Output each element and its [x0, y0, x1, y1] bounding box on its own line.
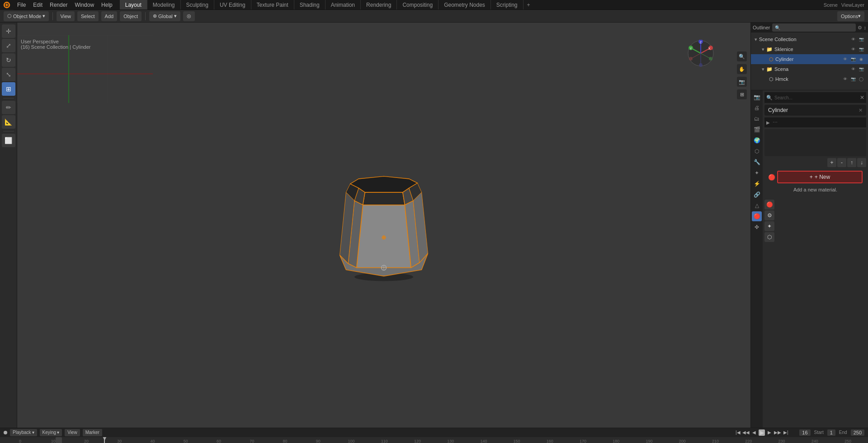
current-frame-display[interactable]: 16 — [799, 429, 810, 436]
props-close-search[interactable]: ✕ — [860, 94, 864, 101]
sklenice-eye-icon[interactable]: 👁 — [850, 46, 856, 52]
outliner-filter-icon[interactable]: ⚙ — [858, 25, 862, 31]
tab-sculpting[interactable]: Sculpting — [181, 0, 214, 9]
hrnck-sel-icon[interactable]: ◯ — [858, 76, 864, 82]
navigation-gizmo[interactable]: X Y Z — [687, 40, 712, 65]
tab-shading[interactable]: Shading — [294, 0, 326, 9]
prop-physics-tab[interactable]: ⚡ — [752, 179, 762, 189]
hrnck-render-icon[interactable]: 📷 — [850, 76, 856, 82]
tab-layout[interactable]: Layout — [120, 0, 147, 9]
material-move-down-btn[interactable]: ↓ — [857, 158, 866, 167]
tab-compositing[interactable]: Compositing — [397, 0, 439, 9]
prev-keyframe-btn[interactable]: ◀◀ — [742, 429, 750, 436]
prop-output-tab[interactable]: 🖨 — [752, 103, 762, 113]
prop-extra-2[interactable]: ⚙ — [764, 210, 774, 220]
rotate-tool[interactable]: ↻ — [2, 53, 15, 67]
prop-material-tab[interactable]: 🔴 — [752, 211, 762, 221]
outliner-scena[interactable]: ▾ 📁 Scena 👁 📷 — [751, 64, 868, 74]
file-menu[interactable]: File — [14, 0, 29, 9]
outliner-search[interactable]: 🔍 — [772, 23, 856, 32]
prop-extra-3[interactable]: ✦ — [764, 221, 774, 231]
tab-uv-editing[interactable]: UV Editing — [214, 0, 251, 9]
timeline-playhead[interactable] — [104, 437, 105, 443]
outliner-scene-collection[interactable]: ▾ Scene Collection 👁 📷 — [751, 34, 868, 44]
prop-render-tab[interactable]: 📷 — [752, 92, 762, 102]
material-remove-slot-btn[interactable]: - — [837, 158, 846, 167]
marker-menu[interactable]: Marker — [83, 429, 102, 436]
scena-render-icon[interactable]: 📷 — [858, 66, 864, 72]
add-cube-tool[interactable]: ⬜ — [2, 134, 15, 147]
help-menu[interactable]: Help — [98, 0, 116, 9]
cylinder-render-icon[interactable]: 📷 — [850, 56, 856, 62]
cylinder-sel-icon[interactable]: ◉ — [858, 56, 864, 62]
object-close-icon[interactable]: ✕ — [859, 107, 863, 113]
timeline-resize-handle[interactable] — [4, 431, 7, 434]
step-back-btn[interactable]: ◀ — [750, 429, 758, 436]
scena-eye-icon[interactable]: 👁 — [850, 66, 856, 72]
camera-btn[interactable]: 📷 — [737, 77, 747, 87]
cylinder-eye-icon[interactable]: 👁 — [842, 56, 848, 62]
view-menu[interactable]: View — [57, 11, 75, 21]
tab-geometry-nodes[interactable]: Geometry Nodes — [439, 0, 491, 9]
hrnck-eye-icon[interactable]: 👁 — [842, 76, 848, 82]
proportional-edit-btn[interactable]: ◎ — [183, 11, 195, 21]
edit-menu[interactable]: Edit — [29, 0, 46, 9]
transform-tool[interactable]: ⊞ — [2, 82, 15, 96]
timeline-body[interactable]: 0 10 20 30 40 50 60 70 80 90 100 110 120… — [0, 437, 868, 443]
new-material-button[interactable]: + + New — [777, 171, 863, 183]
outliner-hrnck[interactable]: ⬡ Hrnck 👁 📷 ◯ — [751, 74, 868, 84]
end-frame-display[interactable]: 250 — [851, 429, 864, 436]
scale-tool[interactable]: ⤡ — [2, 68, 15, 81]
material-add-slot-btn[interactable]: + — [827, 158, 836, 167]
tab-rendering[interactable]: Rendering — [361, 0, 397, 9]
outliner-sklenice[interactable]: ▾ 📁 Sklenice 👁 📷 — [751, 44, 868, 54]
step-forward-btn[interactable]: ▶ — [766, 429, 773, 436]
viewport-3d[interactable]: User Perspective (16) Scene Collection |… — [17, 23, 750, 428]
prop-shader-nodes-tab[interactable]: ✤ — [752, 222, 762, 232]
view-menu-timeline[interactable]: View — [65, 429, 80, 436]
prop-extra-1[interactable]: 🔴 — [764, 200, 774, 210]
prop-extra-4[interactable]: ⬡ — [764, 232, 774, 242]
jump-end-btn[interactable]: ▶| — [782, 429, 789, 436]
object-menu[interactable]: Object — [120, 11, 142, 21]
tab-animation[interactable]: Animation — [326, 0, 361, 9]
move-tool[interactable]: ⤢ — [2, 39, 15, 52]
viewport-options-btn[interactable]: Options ▾ — [837, 11, 864, 21]
mode-selector[interactable]: ⬡ Object Mode ▾ — [4, 11, 49, 21]
tab-texture-paint[interactable]: Texture Paint — [251, 0, 294, 9]
grab-tool-btn[interactable]: ✋ — [737, 64, 747, 74]
grid-btn[interactable]: ⊞ — [737, 89, 747, 99]
material-move-up-btn[interactable]: ↑ — [847, 158, 856, 167]
play-pause-btn[interactable]: ▶ — [759, 429, 765, 436]
cursor-tool[interactable]: ✛ — [2, 24, 15, 38]
outliner-cylinder[interactable]: ⬡ Cylinder 👁 📷 ◉ — [751, 54, 868, 64]
annotate-tool[interactable]: ✏ — [2, 101, 15, 114]
zoom-to-fit-btn[interactable]: 🔍 — [737, 51, 747, 61]
select-menu[interactable]: Select — [77, 11, 99, 21]
outliner-sort-icon[interactable]: ↕ — [864, 25, 867, 30]
prop-constraints-tab[interactable]: 🔗 — [752, 190, 762, 200]
prop-modifier-tab[interactable]: 🔧 — [752, 157, 762, 167]
prop-world-tab[interactable]: 🌍 — [752, 135, 762, 145]
tab-scripting[interactable]: Scripting — [491, 0, 524, 9]
scene-render-icon[interactable]: 📷 — [858, 36, 864, 42]
playback-menu[interactable]: Playback ▾ — [10, 429, 37, 436]
keying-menu[interactable]: Keying ▾ — [40, 429, 62, 436]
window-menu[interactable]: Window — [71, 0, 98, 9]
next-keyframe-btn[interactable]: ▶▶ — [774, 429, 781, 436]
start-frame-display[interactable]: 1 — [827, 429, 835, 436]
prop-particles-tab[interactable]: ✦ — [752, 168, 762, 178]
add-workspace-button[interactable]: + — [524, 2, 534, 8]
prop-scene-tab[interactable]: 🎬 — [752, 125, 762, 135]
tab-modeling[interactable]: Modeling — [147, 0, 181, 9]
prop-view-layer-tab[interactable]: 🗂 — [752, 114, 762, 124]
sklenice-render-icon[interactable]: 📷 — [858, 46, 864, 52]
prop-data-tab[interactable]: △ — [752, 201, 762, 210]
render-menu[interactable]: Render — [46, 0, 71, 9]
jump-start-btn[interactable]: |◀ — [734, 429, 741, 436]
measure-tool[interactable]: 📐 — [2, 115, 15, 129]
transform-global[interactable]: ⊕ Global ▾ — [149, 11, 180, 21]
prop-object-tab[interactable]: ⬡ — [752, 146, 762, 156]
add-menu[interactable]: Add — [101, 11, 118, 21]
scene-eye-icon[interactable]: 👁 — [850, 36, 856, 42]
